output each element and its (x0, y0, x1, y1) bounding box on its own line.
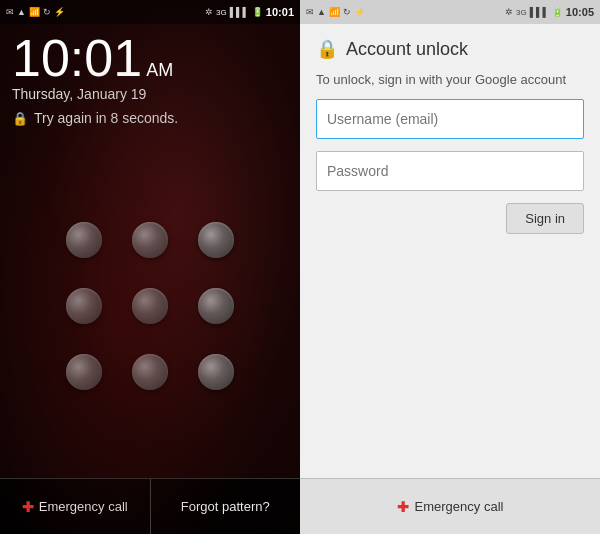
status-right-left: ✲ 3G ▌▌▌ 🔋 10:01 (205, 6, 294, 18)
emergency-call-label-right: Emergency call (415, 499, 504, 514)
dot-4[interactable] (66, 288, 102, 324)
status-right-right: ✲ 3G ▌▌▌ 🔋 10:05 (505, 6, 594, 18)
usb-icon-r: ⚡ (354, 7, 365, 17)
account-unlock-area: 🔒 Account unlock To unlock, sign in with… (300, 24, 600, 478)
bottom-bar-left: ✚ Emergency call Forgot pattern? (0, 478, 300, 534)
emergency-call-button-right[interactable]: ✚ Emergency call (397, 499, 504, 515)
signal-icon-r: 📶 (329, 7, 340, 17)
lock-retry-text: Try again in 8 seconds. (34, 110, 178, 126)
spacer (316, 246, 584, 464)
clock-digits: 10:01 (12, 32, 142, 84)
status-icons-right-left: ✉ ▲ 📶 ↻ ⚡ (306, 7, 365, 17)
pattern-grid[interactable] (0, 134, 300, 478)
dot-7[interactable] (66, 354, 102, 390)
status-bar-right: ✉ ▲ 📶 ↻ ⚡ ✲ 3G ▌▌▌ 🔋 10:05 (300, 0, 600, 24)
account-title-row: 🔒 Account unlock (316, 38, 584, 60)
status-icons-left: ✉ ▲ 📶 ↻ ⚡ (6, 7, 65, 17)
dot-6[interactable] (198, 288, 234, 324)
sms-icon-r: ✉ (306, 7, 314, 17)
phone-left: ✉ ▲ 📶 ↻ ⚡ ✲ 3G ▌▌▌ 🔋 10:01 10:01 AM Thur… (0, 0, 300, 534)
usb-icon: ⚡ (54, 7, 65, 17)
bottom-bar-right: ✚ Emergency call (300, 478, 600, 534)
3g-icon: 3G (216, 8, 227, 17)
dot-3[interactable] (198, 222, 234, 258)
emergency-call-button-left[interactable]: ✚ Emergency call (0, 479, 151, 534)
forgot-pattern-button[interactable]: Forgot pattern? (151, 479, 301, 534)
status-bar-left: ✉ ▲ 📶 ↻ ⚡ ✲ 3G ▌▌▌ 🔋 10:01 (0, 0, 300, 24)
status-time-right: 10:05 (566, 6, 594, 18)
lock-message-row: 🔒 Try again in 8 seconds. (12, 106, 288, 130)
account-unlock-subtitle: To unlock, sign in with your Google acco… (316, 72, 584, 87)
lock-small-icon: 🔒 (12, 111, 28, 126)
pattern-dots (56, 212, 244, 400)
phone-right: ✉ ▲ 📶 ↻ ⚡ ✲ 3G ▌▌▌ 🔋 10:05 🔒 Account unl… (300, 0, 600, 534)
battery-icon-r: 🔋 (552, 7, 563, 17)
lock-account-icon: 🔒 (316, 38, 338, 60)
password-input[interactable] (316, 151, 584, 191)
signal-bars-icon: ▌▌▌ (230, 7, 249, 17)
dot-2[interactable] (132, 222, 168, 258)
red-cross-icon-left: ✚ (22, 499, 34, 515)
clock-ampm: AM (146, 61, 173, 79)
bt-icon-r: ✲ (505, 7, 513, 17)
dot-1[interactable] (66, 222, 102, 258)
account-unlock-title: Account unlock (346, 39, 468, 60)
signal-icon: 📶 (29, 7, 40, 17)
sms-icon: ✉ (6, 7, 14, 17)
battery-icon: 🔋 (252, 7, 263, 17)
dot-9[interactable] (198, 354, 234, 390)
sign-in-label: Sign in (525, 211, 565, 226)
emergency-call-label-left: Emergency call (39, 499, 128, 514)
sign-in-row: Sign in (316, 203, 584, 234)
username-input[interactable] (316, 99, 584, 139)
wifi-icon: ▲ (17, 7, 26, 17)
dot-8[interactable] (132, 354, 168, 390)
date-display: Thursday, January 19 (12, 86, 288, 102)
forgot-pattern-label: Forgot pattern? (181, 499, 270, 514)
3g-icon-r: 3G (516, 8, 527, 17)
sync-icon: ↻ (43, 7, 51, 17)
wifi-icon-r: ▲ (317, 7, 326, 17)
sign-in-button[interactable]: Sign in (506, 203, 584, 234)
signal-bars-icon-r: ▌▌▌ (530, 7, 549, 17)
dot-5[interactable] (132, 288, 168, 324)
bt-icon: ✲ (205, 7, 213, 17)
red-cross-icon-right: ✚ (397, 499, 409, 515)
clock-area: 10:01 AM Thursday, January 19 🔒 Try agai… (0, 24, 300, 134)
big-clock: 10:01 AM (12, 32, 288, 84)
sync-icon-r: ↻ (343, 7, 351, 17)
status-time-left: 10:01 (266, 6, 294, 18)
